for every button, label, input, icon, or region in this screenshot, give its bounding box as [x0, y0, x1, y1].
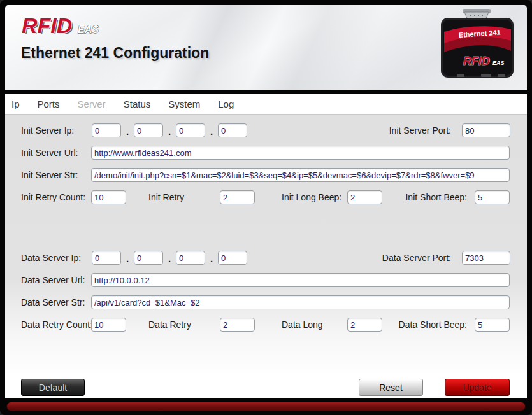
init-retry-input[interactable]: [220, 190, 255, 204]
init-url-row: Init Server Url:: [5, 146, 527, 160]
tab-status[interactable]: Status: [124, 99, 151, 109]
default-button[interactable]: Default: [21, 379, 85, 396]
init-ip-row: Init Server Ip: . . . Init Server Port:: [5, 123, 527, 137]
init-server-str-input[interactable]: [91, 168, 510, 182]
init-server-ip-octet-3[interactable]: [176, 123, 205, 137]
data-server-str-label: Data Server Str:: [21, 295, 85, 309]
init-short-beep-label: Init Short Beep:: [343, 190, 467, 204]
data-server-port-label: Data Server Port:: [324, 251, 451, 265]
footer-bar: [6, 402, 526, 411]
rfideas-logo: RFID RFID EAS: [20, 11, 122, 43]
octet-separator: .: [164, 123, 175, 140]
init-server-str-label: Init Server Str:: [21, 168, 78, 182]
init-server-ip-octet-1[interactable]: [92, 123, 121, 137]
data-server-ip-octet-2[interactable]: [134, 251, 163, 265]
init-server-port-input[interactable]: [462, 123, 510, 137]
init-server-ip-label: Init Server Ip:: [21, 123, 74, 137]
tab-bar: Ip Ports Server Status System Log: [5, 94, 527, 115]
data-retry-count-input[interactable]: [91, 318, 126, 332]
logo-main-text: RFID: [22, 13, 72, 38]
tab-server[interactable]: Server: [78, 99, 106, 109]
data-ip-row: Data Server Ip: . . . Data Server Port:: [5, 251, 527, 265]
page-title: Ethernet 241 Configuration: [21, 45, 209, 62]
footer: [5, 398, 527, 415]
tab-log[interactable]: Log: [218, 99, 234, 109]
app-window: RFID RFID EAS Ethernet 241 Configuration: [0, 0, 532, 415]
data-server-url-label: Data Server Url:: [21, 273, 85, 287]
init-retry-count-input[interactable]: [91, 190, 126, 204]
data-server-str-input[interactable]: [91, 295, 510, 309]
device-logo-sub: EAS: [492, 60, 505, 66]
data-server-ip-label: Data Server Ip:: [21, 251, 81, 265]
init-str-row: Init Server Str:: [5, 168, 527, 182]
data-retry-count-label: Data Retry Count:: [21, 318, 92, 332]
data-str-row: Data Server Str:: [5, 295, 527, 309]
tab-system[interactable]: System: [168, 99, 200, 109]
update-button[interactable]: Update: [445, 379, 510, 396]
device-logo-main: RFID: [463, 55, 490, 67]
data-server-ip-octet-4[interactable]: [218, 251, 247, 265]
server-config-form: Init Server Ip: . . . Init Server Port: …: [5, 115, 527, 398]
init-server-port-label: Init Server Port:: [324, 123, 451, 137]
data-short-beep-input[interactable]: [475, 318, 510, 332]
logo-sub-text: EAS: [78, 24, 99, 35]
data-retry-label: Data Retry: [148, 318, 191, 332]
octet-separator: .: [206, 123, 217, 140]
tab-ip[interactable]: Ip: [11, 99, 20, 109]
data-server-ip-octet-3[interactable]: [176, 251, 205, 265]
init-retry-label: Init Retry: [148, 190, 184, 204]
device-image: Ethernet 241 RFID EAS: [439, 8, 517, 85]
data-short-beep-label: Data Short Beep:: [343, 318, 467, 332]
data-retry-input[interactable]: [220, 318, 255, 332]
octet-separator: .: [122, 251, 133, 267]
octet-separator: .: [122, 123, 133, 140]
octet-separator: .: [164, 251, 175, 267]
octet-separator: .: [206, 251, 217, 267]
data-server-port-input[interactable]: [462, 251, 510, 265]
init-server-ip-octet-4[interactable]: [218, 123, 247, 137]
button-row: Default Reset Update: [5, 379, 527, 396]
init-long-beep-label: Init Long Beep:: [282, 190, 341, 204]
init-short-beep-input[interactable]: [475, 190, 510, 204]
init-server-url-label: Init Server Url:: [21, 146, 78, 160]
init-retry-count-label: Init Retry Count:: [21, 190, 85, 204]
data-server-url-input[interactable]: [91, 273, 510, 287]
reset-button[interactable]: Reset: [359, 379, 423, 396]
init-server-url-input[interactable]: [91, 146, 510, 160]
init-retry-row: Init Retry Count: Init Retry Init Long B…: [5, 190, 527, 204]
data-server-ip-octet-1[interactable]: [92, 251, 121, 265]
data-retry-row: Data Retry Count: Data Retry Data Long D…: [5, 318, 527, 332]
tab-ports[interactable]: Ports: [38, 99, 60, 109]
data-long-label: Data Long: [282, 318, 323, 332]
data-url-row: Data Server Url:: [5, 273, 527, 287]
header: RFID RFID EAS Ethernet 241 Configuration: [5, 5, 527, 90]
init-server-ip-octet-2[interactable]: [134, 123, 163, 137]
